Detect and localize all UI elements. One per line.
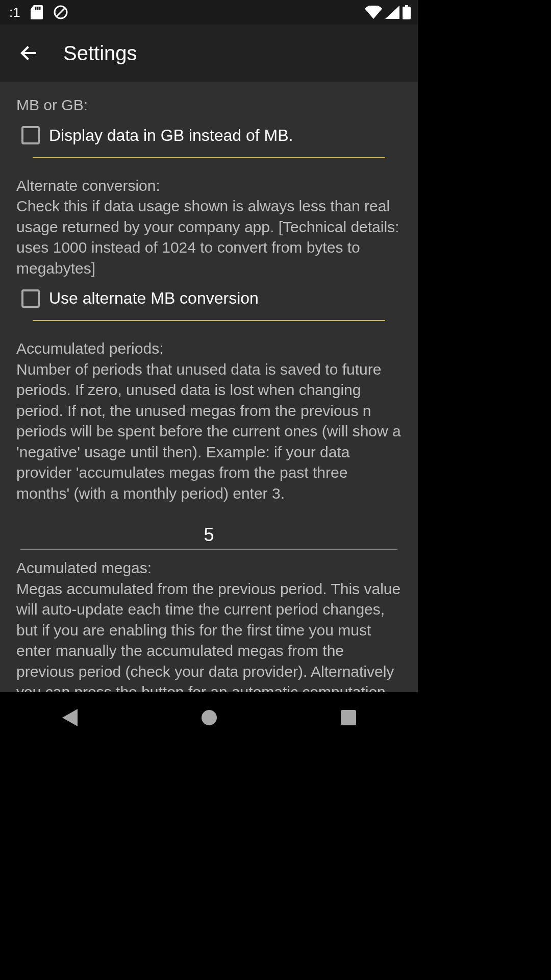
- wifi-icon: [365, 6, 382, 19]
- svg-rect-6: [403, 7, 411, 19]
- nav-back-button[interactable]: [39, 702, 101, 733]
- svg-rect-0: [35, 7, 37, 10]
- svg-rect-2: [39, 7, 41, 10]
- alt-conv-checkbox-label: Use alternate MB conversion: [49, 289, 259, 308]
- status-bar: :1: [0, 0, 418, 24]
- cell-signal-icon: [385, 6, 399, 19]
- alt-conv-checkbox[interactable]: [21, 289, 40, 308]
- svg-point-7: [202, 710, 217, 725]
- alt-conv-title: Alternate conversion:: [16, 176, 402, 197]
- status-time-fragment: :1: [9, 5, 20, 20]
- sd-card-icon: [31, 5, 43, 19]
- screen: :1: [0, 0, 418, 743]
- arrow-back-icon: [18, 43, 39, 63]
- navigation-bar: [0, 692, 418, 743]
- status-left: :1: [9, 5, 68, 20]
- alt-conv-desc: Check this if data usage shown is always…: [16, 196, 402, 279]
- display-gb-checkbox[interactable]: [21, 126, 40, 144]
- back-button[interactable]: [8, 33, 49, 74]
- acc-periods-title: Accumulated periods:: [16, 338, 402, 359]
- acc-megas-title: Acumulated megas:: [16, 558, 402, 579]
- alt-conv-row[interactable]: Use alternate MB conversion: [16, 289, 402, 308]
- display-gb-checkbox-label: Display data in GB instead of MB.: [49, 126, 293, 145]
- svg-rect-1: [37, 7, 39, 10]
- nav-recent-button[interactable]: [318, 702, 379, 733]
- accumulated-periods-input[interactable]: [20, 518, 397, 550]
- svg-rect-5: [405, 5, 408, 7]
- nav-recent-icon: [341, 710, 356, 725]
- nav-back-icon: [62, 709, 78, 726]
- do-not-disturb-icon: [53, 5, 68, 20]
- nav-home-button[interactable]: [179, 702, 240, 733]
- acc-megas-desc: Megas accumulated from the previous peri…: [16, 579, 402, 693]
- app-bar: Settings: [0, 24, 418, 82]
- svg-line-4: [57, 8, 65, 16]
- acc-periods-desc: Number of periods that unused data is sa…: [16, 359, 402, 504]
- mb-gb-label: MB or GB:: [16, 95, 402, 116]
- divider: [33, 320, 385, 321]
- display-gb-row[interactable]: Display data in GB instead of MB.: [16, 126, 402, 145]
- page-title: Settings: [63, 42, 137, 65]
- svg-rect-8: [341, 710, 356, 725]
- nav-home-icon: [201, 709, 218, 726]
- content-area[interactable]: MB or GB: Display data in GB instead of …: [0, 82, 418, 692]
- divider: [33, 157, 385, 158]
- battery-icon: [403, 5, 411, 19]
- status-right: [365, 5, 411, 19]
